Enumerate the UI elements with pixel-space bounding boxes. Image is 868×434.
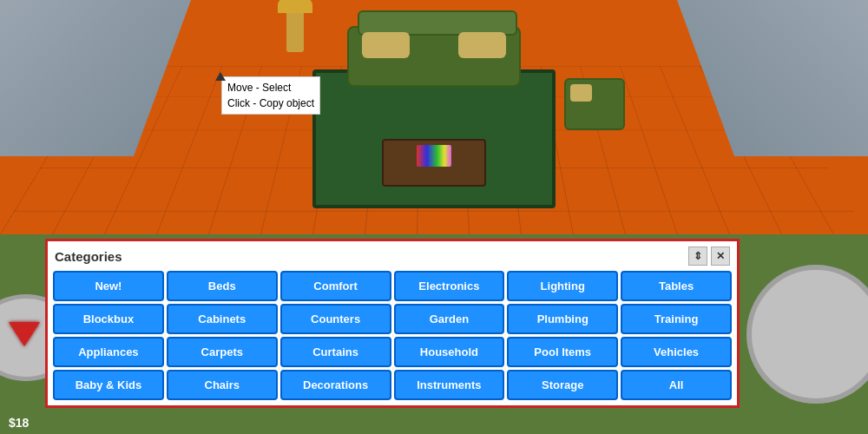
sofa-cushion-left [362, 32, 410, 58]
game-viewport: Move - Select Click - Copy object [0, 0, 868, 234]
arrow-down-icon [9, 322, 40, 346]
category-panel: Categories ⇕ ✕ New!BedsComfortElectronic… [45, 239, 740, 408]
resize-button[interactable]: ⇕ [688, 247, 707, 266]
coffee-table [382, 139, 486, 187]
category-header: Categories ⇕ ✕ [51, 245, 733, 269]
sofa-cushion-right [458, 32, 506, 58]
category-button-comfort[interactable]: Comfort [280, 271, 391, 301]
category-button-baby---kids[interactable]: Baby & Kids [53, 370, 164, 400]
category-button-tables[interactable]: Tables [621, 271, 732, 301]
category-button-instruments[interactable]: Instruments [394, 370, 505, 400]
category-button-storage[interactable]: Storage [507, 370, 618, 400]
category-button-vehicles[interactable]: Vehicles [621, 337, 732, 367]
scroll-down-button[interactable] [7, 308, 42, 360]
right-oval-decoration [746, 265, 868, 404]
category-button-decorations[interactable]: Decorations [280, 370, 391, 400]
category-button-household[interactable]: Household [394, 337, 505, 367]
category-button-curtains[interactable]: Curtains [280, 337, 391, 367]
category-button-plumbing[interactable]: Plumbing [507, 304, 618, 334]
category-button-beds[interactable]: Beds [167, 271, 278, 301]
category-button-counters[interactable]: Counters [280, 304, 391, 334]
category-button-appliances[interactable]: Appliances [53, 337, 164, 367]
category-button-training[interactable]: Training [621, 304, 732, 334]
category-button-chairs[interactable]: Chairs [167, 370, 278, 400]
close-button[interactable]: ✕ [711, 247, 730, 266]
category-button-cabinets[interactable]: Cabinets [167, 304, 278, 334]
price-display: $18 [9, 416, 29, 430]
category-title: Categories [55, 249, 122, 264]
category-button-electronics[interactable]: Electronics [394, 271, 505, 301]
category-button-all[interactable]: All [621, 370, 732, 400]
books [417, 145, 451, 167]
furniture-scene [217, 9, 651, 217]
bottom-panel: Categories ⇕ ✕ New!BedsComfortElectronic… [0, 234, 868, 434]
sofa [347, 26, 521, 87]
side-chair [564, 78, 625, 130]
category-button-new-[interactable]: New! [53, 271, 164, 301]
lamp [286, 9, 304, 52]
category-button-blockbux[interactable]: Blockbux [53, 304, 164, 334]
category-button-garden[interactable]: Garden [394, 304, 505, 334]
category-grid: New!BedsComfortElectronicsLightingTables… [51, 269, 733, 402]
panel-controls: ⇕ ✕ [688, 247, 730, 266]
cursor-icon [215, 72, 226, 81]
category-button-pool-items[interactable]: Pool Items [507, 337, 618, 367]
category-button-carpets[interactable]: Carpets [167, 337, 278, 367]
category-button-lighting[interactable]: Lighting [507, 271, 618, 301]
